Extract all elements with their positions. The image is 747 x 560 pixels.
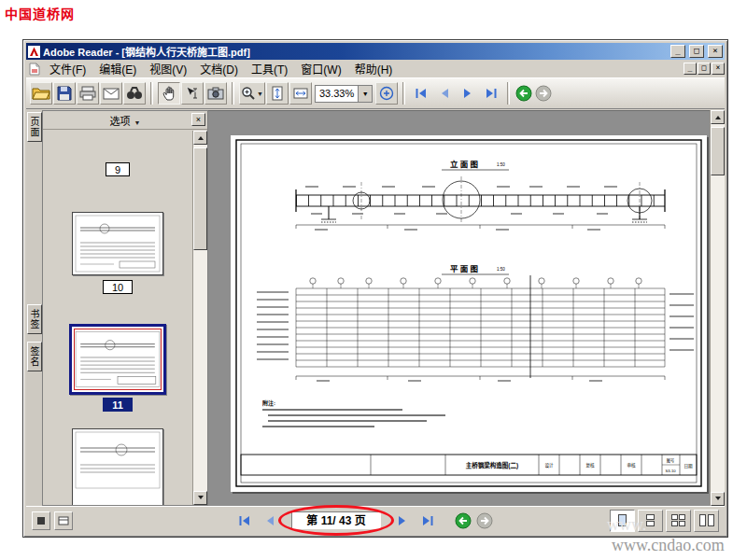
prev-page-icon xyxy=(264,515,275,526)
camera-icon xyxy=(207,87,224,100)
zoom-level-combo[interactable]: 33.33% ▼ xyxy=(315,85,373,103)
tab-bookmarks[interactable]: 书签 xyxy=(27,304,42,334)
next-view-button[interactable] xyxy=(534,84,553,103)
scroll-up-icon[interactable] xyxy=(711,110,725,124)
fit-page-icon xyxy=(271,86,284,101)
document-scrollbar[interactable] xyxy=(710,110,725,506)
sheet-no: S3-10 xyxy=(665,469,676,473)
main-toolbar: ▼ 33.33% ▼ xyxy=(26,77,725,109)
first-page-button[interactable] xyxy=(233,511,256,531)
thumb-label-10[interactable]: 10 xyxy=(103,280,133,294)
menu-help[interactable]: 帮助(H) xyxy=(348,60,400,77)
thumbnail-page-10[interactable] xyxy=(72,212,163,275)
pdf-page: 立 面 图 1:50 xyxy=(231,135,707,492)
previous-view-button[interactable] xyxy=(514,84,533,103)
forward-arrow-icon xyxy=(476,512,493,529)
snapshot-tool-button[interactable] xyxy=(204,82,227,105)
email-button[interactable] xyxy=(100,82,122,105)
window-title: Adobe Reader - [钢结构人行天桥施工图.pdf] xyxy=(43,44,667,59)
minimize-button[interactable]: _ xyxy=(670,45,685,58)
tab-signatures[interactable]: 签名 xyxy=(27,342,42,371)
split-page-icon xyxy=(58,516,69,525)
title-bar[interactable]: Adobe Reader - [钢结构人行天桥施工图.pdf] _ □ × xyxy=(26,43,725,60)
maximize-button[interactable]: □ xyxy=(689,45,704,58)
thumbnail-page-11[interactable] xyxy=(69,324,166,395)
panel-close-button[interactable]: × xyxy=(191,113,205,126)
zoom-tool-dropdown-icon: ▼ xyxy=(257,91,263,97)
menu-file[interactable]: 文件(F) xyxy=(43,60,92,77)
menu-document[interactable]: 文档(D) xyxy=(193,60,245,77)
last-page-icon xyxy=(485,88,498,99)
select-text-icon xyxy=(186,86,200,101)
zoom-tool-button[interactable]: ▼ xyxy=(239,82,265,105)
tab-pages[interactable]: 页面 xyxy=(27,112,42,142)
panel-scroll-thumb[interactable] xyxy=(193,147,207,250)
page-indicator-field[interactable]: 第 11/ 43 页 xyxy=(291,511,381,529)
back-arrow-icon xyxy=(515,85,532,102)
open-button[interactable] xyxy=(30,82,52,105)
thumb-label-11[interactable]: 11 xyxy=(103,398,133,412)
panel-scrollbar[interactable] xyxy=(192,131,207,505)
doc-minimize-button[interactable]: _ xyxy=(684,63,697,75)
panel-header: 选项 ▼ × xyxy=(43,111,207,130)
sheet-no-label: 图号 xyxy=(667,458,674,464)
thumb-label-9[interactable]: 9 xyxy=(106,162,130,176)
prev-page-icon xyxy=(439,88,450,99)
select-tool-button[interactable] xyxy=(181,82,204,105)
zoom-in-button[interactable] xyxy=(375,82,398,105)
document-scroll-thumb[interactable] xyxy=(711,127,725,175)
close-button[interactable]: × xyxy=(708,45,723,58)
scroll-down-icon[interactable] xyxy=(193,491,207,505)
facing-button[interactable] xyxy=(694,510,719,532)
notes-label: 附注: xyxy=(262,399,275,407)
pages-panel: 选项 ▼ × 9 xyxy=(42,110,208,506)
next-page-icon xyxy=(397,515,408,526)
thumbnail-list: 9 10 xyxy=(43,131,192,505)
next-view-button[interactable] xyxy=(475,511,494,530)
first-page-button[interactable] xyxy=(410,83,432,104)
hand-icon xyxy=(162,86,176,101)
document-area[interactable]: 立 面 图 1:50 xyxy=(208,110,710,506)
prev-page-button[interactable] xyxy=(259,511,281,531)
page-view-toggle-button[interactable] xyxy=(32,511,50,530)
email-icon xyxy=(103,88,120,100)
continuous-facing-button[interactable] xyxy=(666,510,691,532)
search-button[interactable] xyxy=(123,82,146,105)
doc-restore-button[interactable]: □ xyxy=(698,63,711,75)
menu-edit[interactable]: 编辑(E) xyxy=(92,60,143,77)
save-button[interactable] xyxy=(53,82,76,105)
plan-scale: 1:50 xyxy=(497,267,505,272)
next-page-button[interactable] xyxy=(457,83,479,104)
menu-tools[interactable]: 工具(T) xyxy=(245,60,294,77)
thumbnail-page-12[interactable] xyxy=(72,428,163,505)
options-menu-button[interactable]: 选项 ▼ xyxy=(110,113,141,128)
fit-width-button[interactable] xyxy=(289,82,312,105)
menu-window[interactable]: 窗口(W) xyxy=(294,60,347,77)
prev-page-button[interactable] xyxy=(433,83,456,104)
scroll-up-icon[interactable] xyxy=(193,131,207,145)
page-navigation: 第 11/ 43 页 xyxy=(233,511,494,531)
content-region: 页面 书签 签名 选项 ▼ × 9 xyxy=(26,110,725,506)
fit-page-button[interactable] xyxy=(266,82,289,105)
continuous-icon xyxy=(646,514,655,526)
watermark-doc-area: www. xyxy=(607,515,646,535)
print-button[interactable] xyxy=(77,82,99,105)
elevation-title: 立 面 图 xyxy=(450,160,478,169)
previous-view-button[interactable] xyxy=(454,511,472,530)
date-label: 日期 xyxy=(684,464,693,469)
doc-close-button[interactable]: × xyxy=(712,63,725,75)
check-label: 复核 xyxy=(585,462,595,469)
scroll-down-icon[interactable] xyxy=(711,492,725,506)
options-dropdown-icon: ▼ xyxy=(134,119,141,126)
menu-view[interactable]: 视图(V) xyxy=(143,60,193,77)
pdf-document-icon[interactable] xyxy=(29,63,40,76)
pane-toggle-button[interactable] xyxy=(54,511,73,530)
zoom-combo-dropdown-icon[interactable]: ▼ xyxy=(358,86,372,102)
forward-arrow-icon xyxy=(535,85,552,102)
adobe-reader-icon xyxy=(28,46,40,58)
last-page-button[interactable] xyxy=(480,83,502,104)
next-page-button[interactable] xyxy=(391,511,414,531)
hand-tool-button[interactable] xyxy=(158,82,180,105)
next-page-icon xyxy=(462,88,473,99)
last-page-button[interactable] xyxy=(416,511,439,531)
